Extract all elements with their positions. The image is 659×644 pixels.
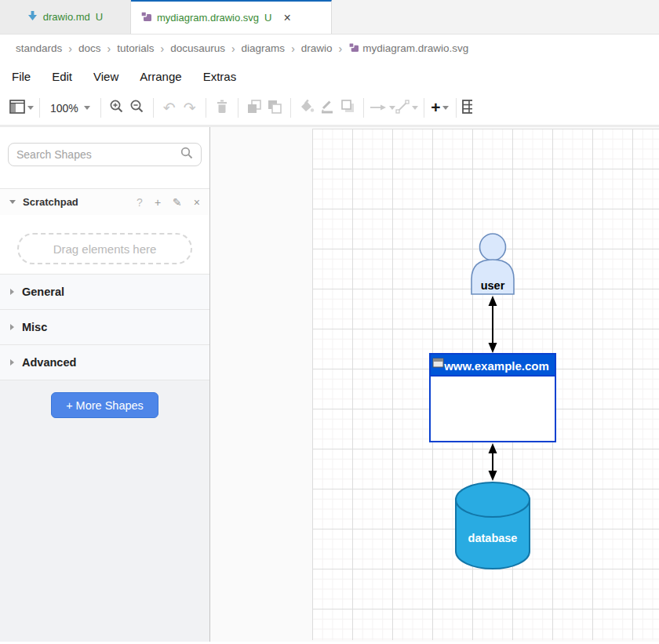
more-shapes-button[interactable]: + More Shapes <box>51 392 158 418</box>
browser-window-shape[interactable]: www.example.com <box>430 354 555 442</box>
user-label: user <box>481 279 505 292</box>
breadcrumb: standards › docs › tutorials › docusauru… <box>0 35 659 62</box>
git-status-badge: U <box>96 11 103 23</box>
toolbar-separator <box>238 98 238 118</box>
tab-label: drawio.md <box>43 11 90 23</box>
help-icon[interactable]: ? <box>137 197 143 208</box>
undo-button[interactable]: ↶ <box>159 97 180 119</box>
table-button[interactable] <box>462 99 472 118</box>
toolbar-separator <box>100 98 101 118</box>
markdown-file-icon <box>27 10 38 24</box>
search-input[interactable] <box>16 148 180 161</box>
zoom-out-button[interactable] <box>127 97 147 119</box>
line-color-button[interactable] <box>317 97 337 119</box>
zoom-level-dropdown[interactable]: 100% <box>50 97 90 119</box>
toolbar-separator <box>290 98 291 118</box>
drawio-file-icon <box>348 42 359 55</box>
toolbar: 100% ↶ ↷ <box>0 91 659 127</box>
expand-triangle-icon <box>10 324 14 330</box>
tab-drawio-md[interactable]: drawio.md U <box>0 0 131 34</box>
breadcrumb-file[interactable]: mydiagram.drawio.svg <box>348 42 468 55</box>
breadcrumb-separator: › <box>291 42 295 55</box>
chevron-down-icon <box>442 106 449 110</box>
scratchpad-section-header[interactable]: Scratchpad ? + ✎ × <box>0 188 209 215</box>
tab-bar-filler <box>332 0 659 34</box>
drop-hint-text: Drag elements here <box>53 242 157 256</box>
breadcrumb-item[interactable]: diagrams <box>242 42 286 54</box>
trash-icon <box>215 99 229 117</box>
chevron-down-icon <box>27 106 34 110</box>
search-area <box>0 127 209 188</box>
sidebar-section-advanced[interactable]: Advanced <box>0 344 209 380</box>
breadcrumb-separator: › <box>339 42 343 55</box>
table-icon <box>462 99 472 118</box>
redo-button[interactable]: ↷ <box>180 97 200 119</box>
database-shape[interactable]: database <box>456 482 530 569</box>
close-icon[interactable]: × <box>194 197 200 208</box>
breadcrumb-item[interactable]: drawio <box>301 42 333 54</box>
section-label: Misc <box>22 321 47 333</box>
zoom-level-value: 100% <box>50 102 78 115</box>
breadcrumb-separator: › <box>160 42 164 55</box>
menu-item-arrange[interactable]: Arrange <box>140 70 181 83</box>
main-area: Scratchpad ? + ✎ × Drag elements here Ge… <box>0 127 659 642</box>
search-icon <box>180 147 193 162</box>
scratchpad-drop-zone[interactable]: Drag elements here <box>17 233 192 264</box>
diagram-page[interactable]: user www.example.com <box>312 129 659 640</box>
to-back-icon <box>267 99 282 118</box>
tab-mydiagram-drawio-svg[interactable]: mydiagram.drawio.svg U × <box>131 0 332 34</box>
shadow-button[interactable] <box>337 97 358 119</box>
toolbar-separator <box>39 98 40 118</box>
browser-title-label: www.example.com <box>443 359 549 373</box>
expand-triangle-icon <box>10 289 14 295</box>
user-shape[interactable]: user <box>471 234 514 294</box>
drawing-canvas-area[interactable]: user www.example.com <box>210 127 659 642</box>
user-browser-arrow[interactable] <box>489 296 497 353</box>
collapse-triangle-icon <box>9 200 16 204</box>
delete-button[interactable] <box>212 97 232 119</box>
close-icon[interactable]: × <box>283 12 290 24</box>
redo-icon: ↷ <box>184 100 196 115</box>
breadcrumb-item[interactable]: tutorials <box>117 42 154 54</box>
section-label: Advanced <box>22 356 76 369</box>
drawio-file-icon <box>140 11 151 24</box>
menu-item-edit[interactable]: Edit <box>52 70 72 83</box>
menu-item-file[interactable]: File <box>12 70 31 83</box>
chevron-down-icon <box>84 106 90 110</box>
breadcrumb-item[interactable]: standards <box>16 42 62 54</box>
arrow-right-icon <box>370 101 387 115</box>
zoom-out-icon <box>129 99 144 117</box>
plus-icon: + <box>431 99 440 115</box>
breadcrumb-item[interactable]: docusaurus <box>170 42 225 54</box>
breadcrumb-separator: › <box>107 42 111 55</box>
sidebar-section-misc[interactable]: Misc <box>0 309 209 344</box>
more-shapes-label: + More Shapes <box>66 399 144 412</box>
edit-pencil-icon[interactable]: ✎ <box>173 197 182 208</box>
tab-bar: drawio.md U mydiagram.drawio.svg U × <box>0 0 659 35</box>
breadcrumb-separator: › <box>231 42 235 55</box>
pencil-icon <box>319 99 335 117</box>
menu-item-extras[interactable]: Extras <box>203 70 237 83</box>
to-front-button[interactable] <box>244 97 264 119</box>
sidebar-section-general[interactable]: General <box>0 274 209 309</box>
chevron-down-icon <box>412 106 418 110</box>
fill-color-button[interactable] <box>297 97 317 119</box>
connection-style-button[interactable] <box>370 97 395 119</box>
waypoint-style-button[interactable] <box>395 97 418 119</box>
zoom-in-button[interactable] <box>107 97 127 119</box>
diagram: user www.example.com <box>312 129 659 640</box>
to-back-button[interactable] <box>264 97 285 119</box>
shapes-sidebar: Scratchpad ? + ✎ × Drag elements here Ge… <box>0 127 210 642</box>
browser-database-arrow[interactable] <box>489 443 497 481</box>
breadcrumb-item[interactable]: docs <box>78 42 101 54</box>
shadow-icon <box>340 99 355 117</box>
database-label: database <box>468 532 518 544</box>
format-panel-toggle-button[interactable] <box>9 97 34 119</box>
menu-item-view[interactable]: View <box>93 70 118 83</box>
search-box <box>8 143 202 166</box>
insert-button[interactable]: + <box>430 97 450 119</box>
to-front-icon <box>246 99 262 118</box>
tab-label: mydiagram.drawio.svg <box>157 12 259 24</box>
git-status-badge: U <box>264 12 271 24</box>
add-icon[interactable]: + <box>155 197 161 208</box>
